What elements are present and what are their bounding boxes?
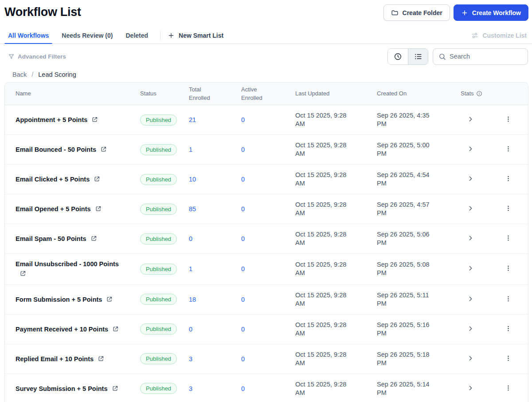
kebab-menu-icon[interactable] <box>505 264 512 272</box>
workflow-name-link[interactable]: Form Submission + 5 Points <box>16 296 102 303</box>
last-updated-value: Oct 15 2025, 9:28 AM <box>295 351 356 368</box>
chevron-right-icon[interactable] <box>467 295 474 303</box>
total-enrolled-value[interactable]: 3 <box>184 355 235 363</box>
table-row: Email Opened + 5 Points Published 85 0 O… <box>5 194 528 224</box>
created-on-value: Sep 26 2025, 5:14 PM <box>377 380 437 398</box>
tab-needs-review[interactable]: Needs Review (0) <box>58 28 116 43</box>
chevron-right-icon[interactable] <box>467 384 474 392</box>
list-view-button[interactable] <box>408 49 428 64</box>
workflow-name-link[interactable]: Email Spam - 50 Points <box>16 235 86 242</box>
workflow-name-link[interactable]: Email Clicked + 5 Points <box>16 176 90 183</box>
total-enrolled-value[interactable]: 18 <box>184 296 235 303</box>
chevron-right-icon[interactable] <box>467 355 474 362</box>
active-enrolled-value[interactable]: 0 <box>235 326 291 333</box>
workflow-name-link[interactable]: Appointment + 5 Points <box>16 116 87 123</box>
total-enrolled-value[interactable]: 21 <box>184 116 235 123</box>
workflow-name-link[interactable]: Email Opened + 5 Points <box>16 205 91 213</box>
external-link-icon[interactable] <box>112 385 118 392</box>
chevron-right-icon[interactable] <box>467 264 474 272</box>
column-header-total-enrolled: Total Enrolled <box>184 85 216 102</box>
tab-needs-review-label: Needs Review (0) <box>62 32 113 39</box>
info-icon[interactable] <box>476 91 482 97</box>
chevron-right-icon[interactable] <box>467 145 474 153</box>
created-on-value: Sep 26 2025, 5:08 PM <box>377 260 437 278</box>
external-link-icon[interactable] <box>106 296 113 303</box>
stats-cell <box>453 115 493 124</box>
status-badge: Published <box>140 174 177 185</box>
external-link-icon[interactable] <box>91 116 98 123</box>
workflow-name-link[interactable]: Email Bounced - 50 Points <box>16 146 96 153</box>
chevron-right-icon[interactable] <box>467 115 474 123</box>
status-cell: Published <box>136 204 184 215</box>
breadcrumb-current-folder: Lead Scoring <box>38 71 76 78</box>
last-updated-cell: Oct 15 2025, 9:28 AM <box>291 260 372 278</box>
active-enrolled-value[interactable]: 0 <box>235 385 291 392</box>
create-workflow-label: Create Workflow <box>472 9 521 16</box>
kebab-menu-icon[interactable] <box>505 384 512 392</box>
chevron-right-icon[interactable] <box>467 205 474 212</box>
history-view-button[interactable] <box>388 49 408 64</box>
last-updated-value: Oct 15 2025, 9:28 AM <box>295 111 356 129</box>
external-link-icon[interactable] <box>95 205 102 212</box>
active-enrolled-value[interactable]: 0 <box>235 146 291 153</box>
external-link-icon[interactable] <box>98 355 104 362</box>
active-enrolled-value[interactable]: 0 <box>235 205 291 213</box>
stats-cell <box>453 355 493 363</box>
topbar: Workflow List Create Folder Create Workf… <box>0 0 532 21</box>
total-enrolled-value[interactable]: 0 <box>184 235 235 242</box>
kebab-menu-icon[interactable] <box>505 355 512 362</box>
external-link-icon[interactable] <box>90 235 97 242</box>
new-smart-list-button[interactable]: New Smart List <box>168 32 223 39</box>
create-folder-button[interactable]: Create Folder <box>383 4 450 21</box>
customize-list-button[interactable]: Customize List <box>471 32 528 39</box>
search-input[interactable] <box>450 53 522 60</box>
active-enrolled-value[interactable]: 0 <box>235 176 291 183</box>
kebab-menu-icon[interactable] <box>505 234 512 242</box>
chevron-right-icon[interactable] <box>467 234 474 242</box>
workflow-name-link[interactable]: Email Unsubscribed - 1000 Points <box>16 260 119 268</box>
total-enrolled-value[interactable]: 10 <box>184 176 235 183</box>
total-enrolled-value[interactable]: 1 <box>184 265 235 272</box>
workflow-name-link[interactable]: Survey Submission + 5 Points <box>16 385 108 392</box>
row-menu-cell <box>493 234 528 243</box>
active-enrolled-value[interactable]: 0 <box>235 355 291 363</box>
total-enrolled-value[interactable]: 85 <box>184 205 235 213</box>
kebab-menu-icon[interactable] <box>505 145 512 153</box>
kebab-menu-icon[interactable] <box>505 115 512 123</box>
total-enrolled-value[interactable]: 1 <box>184 146 235 153</box>
column-header-stats-label: Stats <box>461 89 474 98</box>
last-updated-cell: Oct 15 2025, 9:28 AM <box>291 230 372 248</box>
kebab-menu-icon[interactable] <box>505 325 512 332</box>
clock-icon <box>394 52 402 61</box>
workflow-name-cell: Email Opened + 5 Points <box>5 199 136 219</box>
external-link-icon[interactable] <box>100 146 107 153</box>
status-cell: Published <box>136 233 184 244</box>
status-cell: Published <box>136 174 184 185</box>
active-enrolled-value[interactable]: 0 <box>235 235 291 242</box>
row-menu-cell <box>493 205 528 213</box>
external-link-icon[interactable] <box>94 176 100 182</box>
active-enrolled-value[interactable]: 0 <box>235 116 291 123</box>
external-link-icon[interactable] <box>20 270 26 277</box>
tab-deleted[interactable]: Deleted <box>122 28 152 43</box>
total-enrolled-value[interactable]: 0 <box>184 326 235 333</box>
create-workflow-button[interactable]: Create Workflow <box>454 4 528 21</box>
created-on-cell: Sep 26 2025, 5:14 PM <box>372 380 453 398</box>
tab-separator <box>160 31 160 40</box>
stats-cell <box>453 264 493 273</box>
status-badge: Published <box>140 114 177 126</box>
tab-all-workflows[interactable]: All Workflows <box>4 28 52 43</box>
workflow-name-link[interactable]: Payment Received + 10 Points <box>16 326 108 333</box>
external-link-icon[interactable] <box>112 326 119 332</box>
active-enrolled-value[interactable]: 0 <box>235 265 291 272</box>
active-enrolled-value[interactable]: 0 <box>235 296 291 303</box>
chevron-right-icon[interactable] <box>467 175 474 182</box>
kebab-menu-icon[interactable] <box>505 295 512 303</box>
chevron-right-icon[interactable] <box>467 325 474 332</box>
kebab-menu-icon[interactable] <box>505 205 512 212</box>
workflow-name-link[interactable]: Replied Email + 10 Points <box>16 355 94 363</box>
total-enrolled-value[interactable]: 3 <box>184 385 235 392</box>
advanced-filters-button[interactable]: Advanced Filters <box>8 53 66 60</box>
kebab-menu-icon[interactable] <box>505 175 512 182</box>
breadcrumb-back-link[interactable]: Back <box>12 71 27 78</box>
